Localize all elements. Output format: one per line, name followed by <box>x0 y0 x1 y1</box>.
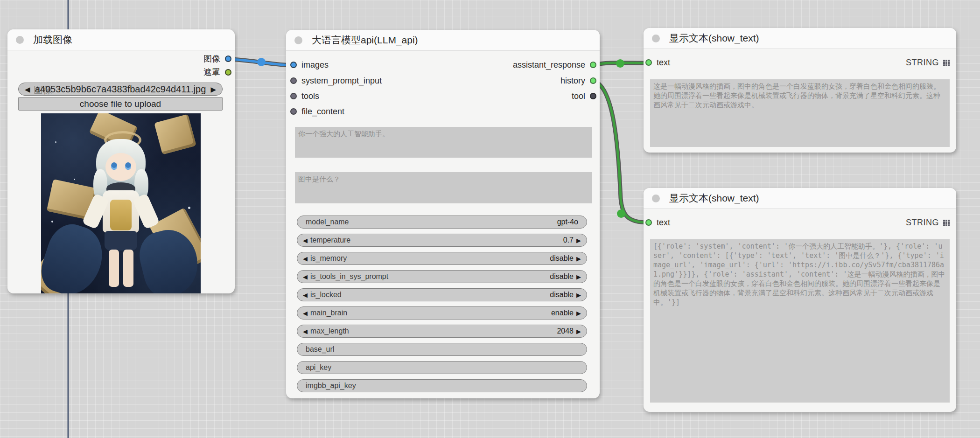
widget-model-name[interactable]: model_name gpt-4o <box>297 216 587 229</box>
input-images-label: images <box>301 60 329 70</box>
node-load-image-titlebar[interactable]: 加载图像 <box>7 29 235 50</box>
output-history-dot[interactable] <box>590 77 596 84</box>
choose-file-button[interactable]: choose file to upload <box>18 97 223 111</box>
input-images[interactable]: images <box>290 60 329 70</box>
output-history-label: history <box>560 76 585 86</box>
input-file-content-label: file_content <box>301 107 344 117</box>
combo-next-arrow-icon[interactable]: ▶ <box>210 86 216 93</box>
output-string: STRING <box>906 58 950 68</box>
grid-handle-icon <box>943 60 950 66</box>
increment-arrow-icon[interactable]: ▶ <box>576 310 581 316</box>
widget-label: imgbb_api_key <box>306 382 356 390</box>
widget-value: gpt-4o <box>557 218 578 226</box>
input-file-content-dot[interactable] <box>290 108 297 115</box>
input-tools-label: tools <box>301 91 319 101</box>
input-text-dot[interactable] <box>645 219 652 226</box>
decrement-arrow-icon[interactable]: ◀ <box>303 256 308 262</box>
output-assistant-response-label: assistant_response <box>513 60 585 70</box>
widget-label: is_locked <box>310 291 342 299</box>
decrement-arrow-icon[interactable]: ◀ <box>303 292 308 298</box>
widget-is-locked[interactable]: ◀ is_locked disable ▶ <box>297 288 587 301</box>
widget-max-length[interactable]: ◀ max_length 2048 ▶ <box>297 325 587 338</box>
node-title: 显示文本(show_text) <box>669 192 759 205</box>
node-show-text-top-titlebar[interactable]: 显示文本(show_text) <box>644 28 956 49</box>
input-system-prompt-dot[interactable] <box>290 77 297 84</box>
input-system-prompt-input[interactable]: system_prompt_input <box>290 76 382 85</box>
node-show-text-bottom[interactable]: 显示文本(show_text) text STRING [{'role': 's… <box>644 188 956 412</box>
collapse-dot[interactable] <box>652 195 660 202</box>
system-prompt-textarea[interactable]: 你一个强大的人工智能助手。 <box>295 127 592 158</box>
collapse-dot[interactable] <box>652 35 660 42</box>
increment-arrow-icon[interactable]: ▶ <box>576 237 581 243</box>
input-text[interactable]: text <box>645 58 670 67</box>
widget-is-memory[interactable]: ◀ is_memory disable ▶ <box>297 252 587 265</box>
widget-imgbb-api-key[interactable]: imgbb_api_key <box>297 379 587 392</box>
widget-label: api_key <box>306 363 331 372</box>
widget-value: disable <box>550 254 574 263</box>
widget-label: model_name <box>306 218 349 226</box>
increment-arrow-icon[interactable]: ▶ <box>576 256 581 262</box>
widget-main-brain[interactable]: ◀ main_brain enable ▶ <box>297 306 587 320</box>
widget-value: 2048 <box>557 327 574 335</box>
user-prompt-textarea[interactable]: 图中是什么？ <box>295 172 592 203</box>
input-text-label: text <box>657 218 670 228</box>
input-images-dot[interactable] <box>290 62 297 68</box>
output-history[interactable]: history <box>560 76 596 85</box>
output-image-dot[interactable] <box>225 56 231 62</box>
widget-value: 0.7 <box>563 236 574 244</box>
node-llm-api[interactable]: 大语言模型api(LLM_api) images system_prompt_i… <box>286 30 600 398</box>
input-tools-dot[interactable] <box>290 93 297 99</box>
collapse-dot[interactable] <box>16 36 24 44</box>
string-type-label: STRING <box>906 58 939 68</box>
decrement-arrow-icon[interactable]: ◀ <box>303 328 308 334</box>
node-graph-canvas[interactable]: 加载图像 图像 遮罩 ◀ 图像 a4053c5b9b6c7a4383fbad42… <box>0 0 980 438</box>
output-image-label: 图像 <box>203 53 220 64</box>
widget-base-url[interactable]: base_url <box>297 343 587 356</box>
decrement-arrow-icon[interactable]: ◀ <box>303 274 308 280</box>
output-tool-dot[interactable] <box>590 93 596 99</box>
wire-midpoint-dot-blue <box>257 58 266 66</box>
increment-arrow-icon[interactable]: ▶ <box>576 328 581 334</box>
widget-temperature[interactable]: ◀ temperature 0.7 ▶ <box>297 234 587 247</box>
node-title: 大语言模型api(LLM_api) <box>312 34 418 47</box>
decrement-arrow-icon[interactable]: ◀ <box>303 237 308 243</box>
string-type-label: STRING <box>906 218 939 228</box>
output-mask[interactable]: 遮罩 <box>203 68 231 77</box>
decrement-arrow-icon[interactable]: ◀ <box>303 310 308 316</box>
widget-value: enable <box>551 309 574 317</box>
node-llm-api-titlebar[interactable]: 大语言模型api(LLM_api) <box>286 30 600 51</box>
widget-label: main_brain <box>310 309 347 317</box>
output-assistant-response-dot[interactable] <box>590 62 596 68</box>
input-text[interactable]: text <box>645 218 670 227</box>
output-tool-label: tool <box>572 91 585 101</box>
widget-label: base_url <box>306 345 334 354</box>
widget-api-key[interactable]: api_key <box>297 361 587 374</box>
widget-label: is_memory <box>310 254 347 263</box>
increment-arrow-icon[interactable]: ▶ <box>576 274 581 280</box>
node-show-text-bottom-titlebar[interactable]: 显示文本(show_text) <box>644 188 956 209</box>
widget-label: temperature <box>310 236 350 244</box>
node-load-image[interactable]: 加载图像 图像 遮罩 ◀ 图像 a4053c5b9b6c7a4383fbad42… <box>7 29 235 293</box>
node-show-text-top[interactable]: 显示文本(show_text) text STRING 这是一幅动漫风格的插画，… <box>644 28 956 153</box>
grid-handle-icon <box>943 220 950 226</box>
output-image[interactable]: 图像 <box>203 54 231 63</box>
widget-value: disable <box>550 272 574 281</box>
input-tools[interactable]: tools <box>290 91 319 101</box>
show-text-output-textarea[interactable]: 这是一幅动漫风格的插画，图中的角色是一个白发蓝眼的女孩，穿着白色和金色相间的服装… <box>650 79 950 147</box>
output-assistant-response[interactable]: assistant_response <box>513 60 596 70</box>
input-text-label: text <box>657 58 670 68</box>
show-text-output-textarea[interactable]: [{'role': 'system', 'content': '你一个强大的人工… <box>650 239 950 403</box>
collapse-dot[interactable] <box>294 36 302 44</box>
widget-value: disable <box>550 291 574 299</box>
node-title: 显示文本(show_text) <box>669 32 759 45</box>
input-file-content[interactable]: file_content <box>290 107 344 116</box>
input-text-dot[interactable] <box>645 59 652 66</box>
widget-is-tools-in-sys-prompt[interactable]: ◀ is_tools_in_sys_prompt disable ▶ <box>297 270 587 283</box>
output-tool[interactable]: tool <box>572 91 596 101</box>
wire-midpoint-dot-green-1 <box>616 59 624 68</box>
output-mask-dot[interactable] <box>225 69 231 76</box>
wire-history-to-text <box>594 81 648 222</box>
image-file-combo[interactable]: ◀ 图像 a4053c5b9b6c7a4383fbad42c94d411.jpg… <box>18 83 223 96</box>
increment-arrow-icon[interactable]: ▶ <box>576 292 581 298</box>
output-string: STRING <box>906 218 950 228</box>
